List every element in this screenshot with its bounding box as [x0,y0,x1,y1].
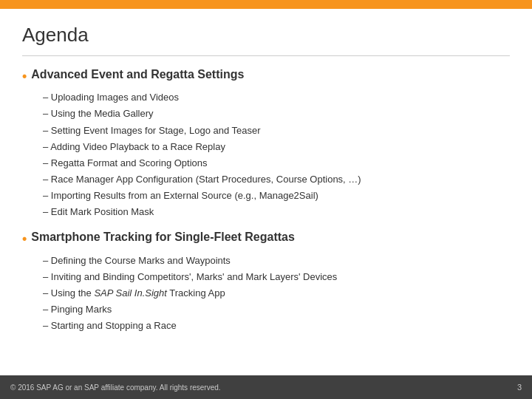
list-item: Importing Results from an External Sourc… [43,188,510,204]
section-smartphone-tracking: • Smartphone Tracking for Single-Fleet R… [22,231,510,334]
list-item: Uploading Images and Videos [43,89,510,106]
list-item-text-part: Using the [51,287,95,299]
top-bar [0,0,532,9]
footer-copyright: © 2016 SAP AG or an SAP affiliate compan… [10,383,221,392]
footer-page-number: 3 [517,383,522,392]
list-item-italic: SAP Sail In.Sight [94,287,167,299]
list-item: Inviting and Binding Competitors', Marks… [43,269,510,285]
list-item: Pinging Marks [43,301,510,318]
section-1-header: • Advanced Event and Regatta Settings [22,68,510,85]
list-item: Using the SAP Sail In.Sight Tracking App [43,285,510,301]
list-item: Starting and Stopping a Race [43,318,510,334]
list-item: Race Manager App Configuration (Start Pr… [43,171,510,188]
bullet-icon: • [22,68,27,85]
bullet-icon-2: • [22,231,27,248]
section-2-items: Defining the Course Marks and Waypoints … [22,253,510,334]
main-content: Agenda • Advanced Event and Regatta Sett… [0,9,532,352]
section-2-header: • Smartphone Tracking for Single-Fleet R… [22,231,510,248]
list-item: Setting Event Images for Stage, Logo and… [43,123,510,139]
footer: © 2016 SAP AG or an SAP affiliate compan… [0,375,532,399]
section-advanced-event: • Advanced Event and Regatta Settings Up… [22,68,510,220]
list-item: Regatta Format and Scoring Options [43,155,510,171]
section-1-items: Uploading Images and Videos Using the Me… [22,89,510,220]
list-item-text-part-2: Tracking App [167,287,225,299]
section-1-title: Advanced Event and Regatta Settings [31,68,244,81]
section-2-title: Smartphone Tracking for Single-Fleet Reg… [31,231,295,244]
list-item: Using the Media Gallery [43,106,510,122]
list-item: Adding Video Playback to a Race Replay [43,139,510,155]
list-item: Edit Mark Position Mask [43,204,510,220]
list-item: Defining the Course Marks and Waypoints [43,253,510,269]
page-title: Agenda [22,24,510,47]
divider [22,55,510,56]
